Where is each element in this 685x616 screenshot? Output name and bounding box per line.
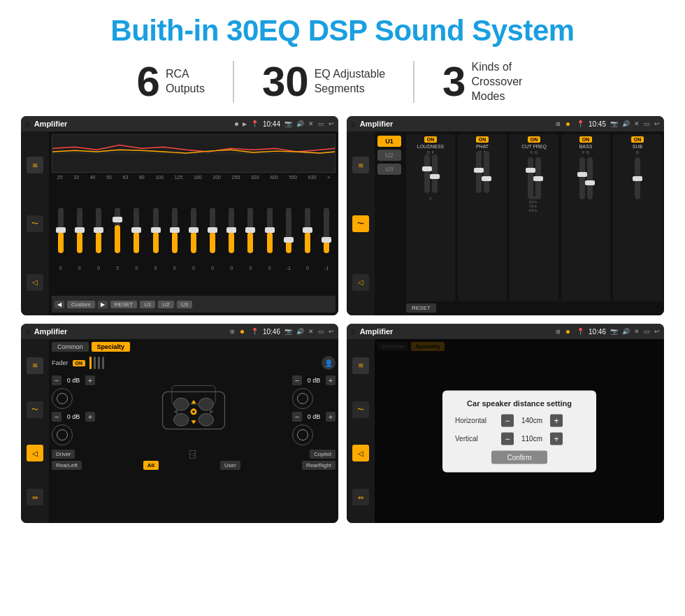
home-icon-1[interactable]: ⌂ [25, 120, 30, 128]
eq-slider-13[interactable]: -1 [286, 208, 291, 271]
cross-copilot-btn[interactable]: Copilot [310, 450, 336, 459]
eq-slider-12[interactable]: 0 [267, 208, 273, 271]
eq-slider-4[interactable]: 5 [115, 208, 120, 271]
home-icon-2[interactable]: ⌂ [351, 120, 356, 128]
eq-slider-6[interactable]: 0 [153, 208, 159, 271]
bass-slider-g[interactable] [587, 157, 593, 199]
vertical-row: Vertical − 110cm + [455, 432, 584, 445]
dsp-icon-speaker[interactable]: ◁ [352, 274, 369, 291]
eq-next-btn[interactable]: ▶ [98, 301, 108, 308]
dsp-u3-btn[interactable]: U3 [377, 164, 401, 175]
screen-dist-content: ≋ 〜 ◁ ⇔ Common Specialty [347, 339, 664, 523]
cross-left-top-plus[interactable]: + [85, 375, 95, 385]
cross-left-top-minus[interactable]: − [52, 375, 62, 385]
vertical-plus[interactable]: + [550, 432, 563, 445]
eq-prev-btn[interactable]: ◀ [55, 301, 64, 308]
cross-driver-btn[interactable]: Driver [52, 450, 75, 459]
x-icon-3: ✕ [308, 328, 314, 335]
bass-on-badge[interactable]: ON [579, 136, 593, 143]
camera-icon-2: 📷 [610, 120, 618, 127]
home-icon-3[interactable]: ⌂ [25, 327, 30, 336]
cross-all-btn[interactable]: All [143, 461, 159, 470]
eq-slider-5[interactable]: 0 [134, 208, 139, 271]
svg-point-4 [199, 399, 213, 411]
eq-slider-3[interactable]: 0 [96, 208, 101, 271]
dist-icon-speaker[interactable]: ◁ [352, 445, 369, 461]
eq-slider-1[interactable]: 0 [58, 208, 64, 271]
phat-slider-f[interactable] [484, 151, 489, 193]
phat-slider-g[interactable] [476, 151, 482, 193]
cross-right-bottom-plus[interactable]: + [326, 412, 336, 422]
sub-slider-g[interactable] [635, 157, 640, 199]
cutfreq-on-badge[interactable]: ON [528, 136, 541, 143]
bass-slider-f[interactable] [579, 157, 585, 199]
freq-250: 250 [232, 175, 240, 180]
phat-on-badge[interactable]: ON [476, 136, 489, 143]
eq-slider-7[interactable]: 0 [172, 208, 178, 271]
eq-icon-speaker[interactable]: ◁ [27, 274, 43, 291]
eq-u1-btn[interactable]: U1 [140, 301, 155, 308]
dsp-reset-btn[interactable]: RESET [406, 303, 436, 313]
cross-icon-eq[interactable]: ≋ [27, 357, 43, 374]
eq-slider-9[interactable]: 0 [210, 208, 215, 271]
loudness-on-badge[interactable]: ON [424, 136, 438, 143]
eq-graph [52, 134, 336, 173]
eq-u2-btn[interactable]: U2 [158, 301, 173, 308]
vertical-minus[interactable]: − [501, 432, 514, 445]
horizontal-plus[interactable]: + [550, 414, 563, 427]
eq-slider-11[interactable]: 0 [247, 208, 253, 271]
eq-slider-8[interactable]: 0 [191, 208, 196, 271]
cross-arrow-left[interactable]: ◁ [189, 450, 196, 459]
cross-right-bottom-minus[interactable]: − [292, 412, 302, 422]
eq-slider-2[interactable]: 0 [77, 208, 82, 271]
cross-user-btn[interactable]: User [220, 461, 240, 470]
eq-slider-14[interactable]: 0 [305, 208, 310, 271]
loudness-slider-f[interactable] [432, 155, 438, 193]
cross-rearright-btn[interactable]: RearRight [302, 461, 336, 470]
sub-on-badge[interactable]: ON [631, 136, 644, 143]
status-title-4: Amplifier [360, 327, 551, 336]
back-icon-2[interactable]: ↩ [654, 120, 660, 127]
cross-rearleft-btn[interactable]: RearLeft [52, 461, 82, 470]
screen-eq: ⌂ Amplifier ▶ 📍 10:44 📷 🔊 ✕ ▭ ↩ ≋ 〜 ◁ [21, 116, 338, 315]
cross-on-badge[interactable]: ON [73, 360, 86, 366]
eq-icon-wave[interactable]: 〜 [27, 215, 43, 232]
cutfreq-slider-f[interactable] [528, 157, 533, 199]
stat-rca-label: RCAOutputs [166, 67, 205, 96]
person-icon[interactable]: 👤 [322, 356, 336, 370]
eq-icon-eq[interactable]: ≋ [27, 157, 43, 173]
confirm-button[interactable]: Confirm [491, 450, 547, 464]
dsp-icon-eq[interactable]: ≋ [352, 157, 369, 173]
back-icon-1[interactable]: ↩ [329, 120, 334, 127]
cross-tab-specialty[interactable]: Specialty [92, 342, 131, 352]
cross-left-bottom-plus[interactable]: + [85, 412, 95, 422]
dsp-u2-btn[interactable]: U2 [377, 150, 401, 161]
cross-main: Common Specialty Fader ON 👤 [49, 339, 338, 523]
dist-icon-wave[interactable]: 〜 [352, 401, 369, 418]
cross-tab-common[interactable]: Common [52, 342, 89, 352]
cross-fader-sliders [89, 357, 317, 369]
eq-reset-btn[interactable]: RESET [110, 301, 138, 308]
home-icon-4[interactable]: ⌂ [351, 327, 356, 336]
dist-icon-eq[interactable]: ≋ [352, 357, 369, 374]
location-icon-1: 📍 [251, 120, 259, 127]
freq-200: 200 [212, 175, 221, 180]
dsp-u1-btn[interactable]: U1 [377, 136, 401, 147]
back-icon-4[interactable]: ↩ [654, 328, 660, 335]
back-icon-3[interactable]: ↩ [329, 328, 334, 335]
horizontal-minus[interactable]: − [501, 414, 514, 427]
eq-slider-10[interactable]: 0 [229, 208, 234, 271]
dist-icon-arrows[interactable]: ⇔ [352, 489, 369, 506]
cross-icon-wave[interactable]: 〜 [27, 401, 43, 418]
cutfreq-slider-g[interactable] [535, 157, 541, 199]
eq-u3-btn[interactable]: U3 [177, 301, 192, 308]
eq-slider-15[interactable]: -1 [324, 208, 329, 271]
dsp-icon-wave[interactable]: 〜 [352, 215, 369, 232]
loudness-slider-g[interactable] [424, 155, 430, 193]
cross-icon-arrows[interactable]: ⇔ [27, 489, 43, 506]
cross-left-bottom-minus[interactable]: − [52, 412, 62, 422]
cross-right-top-plus[interactable]: + [326, 375, 336, 385]
cross-right-top-minus[interactable]: − [292, 375, 302, 385]
cross-right-top-db: − 0 dB + [292, 375, 336, 385]
cross-icon-speaker[interactable]: ◁ [27, 445, 43, 461]
